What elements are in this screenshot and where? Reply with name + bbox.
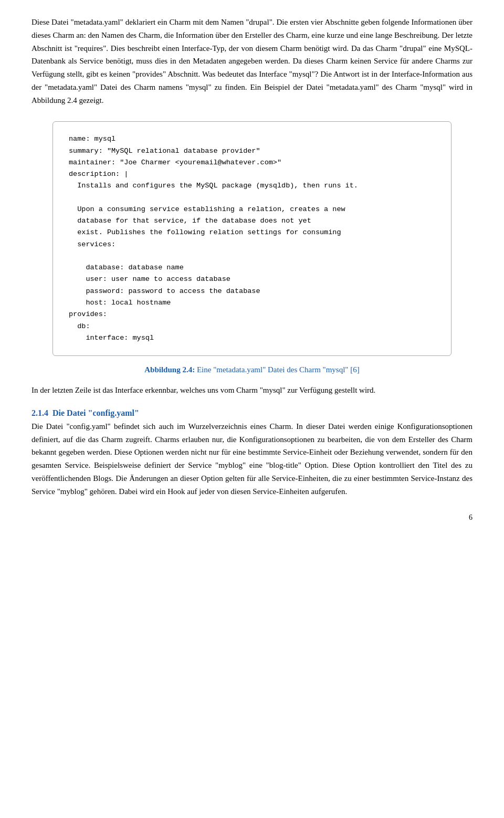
section-title: Die Datei "config.yaml" bbox=[52, 408, 139, 417]
code-line-11 bbox=[69, 250, 435, 262]
section-heading: 2.1.4 Die Datei "config.yaml" bbox=[32, 408, 472, 418]
code-line-17: db: bbox=[69, 321, 435, 332]
paragraph-after-figure: In der letzten Zeile ist das Interface e… bbox=[32, 384, 472, 397]
code-line-2: summary: "MySQL relational database prov… bbox=[69, 145, 435, 157]
code-line-6 bbox=[69, 192, 435, 204]
code-line-4: description: | bbox=[69, 169, 435, 180]
code-line-5: Installs and configures the MySQL packag… bbox=[69, 180, 435, 192]
code-line-15: host: local hostname bbox=[69, 297, 435, 309]
code-line-14: password: password to access the databas… bbox=[69, 286, 435, 297]
page-number: 6 bbox=[32, 513, 472, 522]
section-number: 2.1.4 bbox=[32, 408, 48, 417]
code-line-3: maintainer: "Joe Charmer <youremail@what… bbox=[69, 157, 435, 169]
code-line-13: user: user name to access database bbox=[69, 274, 435, 285]
figure-caption: Abbildung 2.4: Eine "metadata.yaml" Date… bbox=[32, 365, 472, 374]
intro-paragraph: Diese Datei "metadata.yaml" deklariert e… bbox=[32, 16, 472, 107]
section-paragraph: Die Datei "config.yaml" befindet sich au… bbox=[32, 420, 472, 498]
figure-caption-bold: Abbildung 2.4: bbox=[144, 365, 195, 374]
code-line-9: exist. Publishes the following relation … bbox=[69, 227, 435, 238]
code-line-16: provides: bbox=[69, 309, 435, 320]
code-line-10: services: bbox=[69, 239, 435, 250]
code-line-7: Upon a consuming service establishing a … bbox=[69, 204, 435, 215]
figure-caption-rest: Eine "metadata.yaml" Datei des Charm "my… bbox=[195, 365, 360, 374]
code-line-18: interface: mysql bbox=[69, 332, 435, 344]
code-line-1: name: mysql bbox=[69, 133, 435, 145]
code-block-container: name: mysql summary: "MySQL relational d… bbox=[52, 121, 452, 356]
code-line-8: database for that service, if the databa… bbox=[69, 215, 435, 227]
code-line-12: database: database name bbox=[69, 262, 435, 274]
